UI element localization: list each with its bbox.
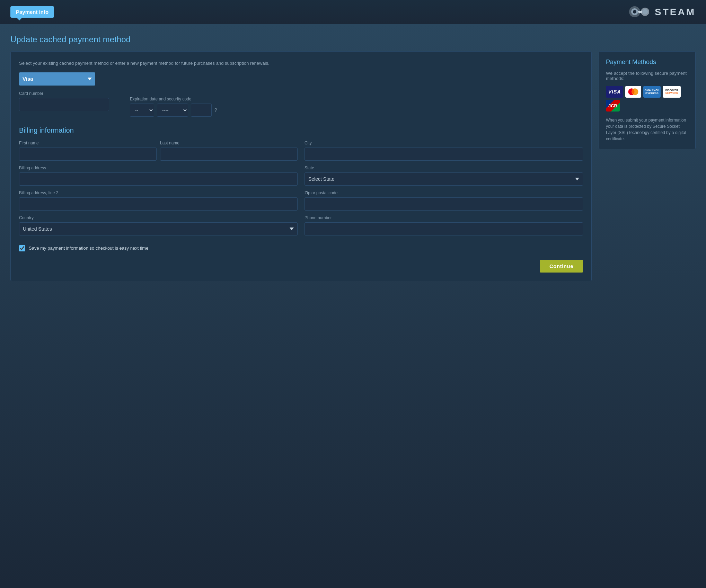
city-label: City [305,141,583,145]
badge-label: Payment Info [16,9,48,15]
steam-logo-text: STEAM [655,7,696,18]
phone-group: Phone number [305,215,583,235]
billing-address2-input[interactable] [19,197,298,211]
cvv-help-icon[interactable]: ? [214,107,217,113]
billing-address2-group: Billing address, line 2 [19,190,298,211]
state-select[interactable]: Select State Alabama Alaska Arizona Cali… [305,172,583,186]
ssl-text: When you submit your payment information… [606,117,688,142]
jcb-icon: JCB [606,100,620,112]
main-panel: Select your existing cached payment meth… [10,51,592,281]
main-content: Update cached payment method Select your… [0,24,706,585]
country-select[interactable]: United States Canada United Kingdom [19,222,298,235]
country-group: Country United States Canada United King… [19,215,298,235]
last-name-input[interactable] [160,148,298,161]
billing-title: Billing information [19,126,583,134]
first-name-group: First name [19,141,157,161]
page-title: Update cached payment method [10,35,696,44]
expiry-year-select[interactable]: ---- 2024202520262027 202820292030 [157,104,188,117]
zip-label: Zip or postal code [305,190,583,195]
last-name-group: Last name [160,141,298,161]
zip-group: Zip or postal code [305,190,583,211]
accept-text: We accept the following secure payment m… [606,71,688,81]
cvv-input[interactable] [191,104,212,117]
country-label: Country [19,215,298,220]
zip-input[interactable] [305,197,583,211]
card-number-label: Card number [19,91,109,96]
phone-label: Phone number [305,215,583,220]
card-number-input[interactable] [19,98,109,111]
expiry-month-select[interactable]: -- 01020304 05060708 09101112 [130,104,154,117]
billing-left-col: First name Last name Billing address [19,141,298,235]
name-row: First name Last name [19,141,298,161]
discover-icon: DISCOVERNETWORK [663,86,681,98]
save-checkbox-row: Save my payment information so checkout … [19,245,583,251]
city-input[interactable] [305,148,583,161]
payment-method-select[interactable]: Visa Mastercard American Express Discove… [19,72,95,86]
continue-button[interactable]: Continue [540,260,583,273]
expiry-row: -- 01020304 05060708 09101112 ---- 20242… [130,104,217,117]
billing-section: Billing information First name Last name [19,126,583,235]
billing-cols: First name Last name Billing address [19,141,583,235]
state-label: State [305,166,583,170]
card-number-group: Card number [19,91,109,111]
card-section: Card number Expiration date and security… [19,91,583,117]
billing-right-col: City State Select State Alabama Alaska A… [305,141,583,235]
billing-address-group: Billing address [19,166,298,186]
payment-icons: VISA AMERICANEXPRESS DISCOVERNETWORK [606,86,688,112]
amex-icon: AMERICANEXPRESS [643,86,661,98]
continue-row: Continue [19,260,583,273]
expiry-label: Expiration date and security code [130,97,217,101]
billing-address-label: Billing address [19,166,298,170]
phone-input[interactable] [305,222,583,235]
save-payment-label[interactable]: Save my payment information so checkout … [29,246,148,251]
billing-address-input[interactable] [19,172,298,186]
billing-address2-label: Billing address, line 2 [19,190,298,195]
expiry-group: Expiration date and security code -- 010… [130,97,217,117]
content-layout: Select your existing cached payment meth… [10,51,696,281]
first-name-input[interactable] [19,148,157,161]
sidebar-title: Payment Methods [606,59,688,66]
steam-logo-icon [628,4,652,20]
city-group: City [305,141,583,161]
visa-icon: VISA [606,86,623,98]
description-text: Select your existing cached payment meth… [19,60,583,67]
last-name-label: Last name [160,141,298,145]
state-group: State Select State Alabama Alaska Arizon… [305,166,583,186]
header: Payment Info STEAM [0,0,706,24]
payment-info-badge: Payment Info [10,6,54,18]
mastercard-icon [625,86,641,98]
save-payment-checkbox[interactable] [19,245,25,251]
svg-point-5 [642,9,648,15]
steam-logo: STEAM [628,4,696,20]
first-name-label: First name [19,141,157,145]
sidebar-panel: Payment Methods We accept the following … [599,51,696,149]
svg-point-2 [633,10,636,14]
